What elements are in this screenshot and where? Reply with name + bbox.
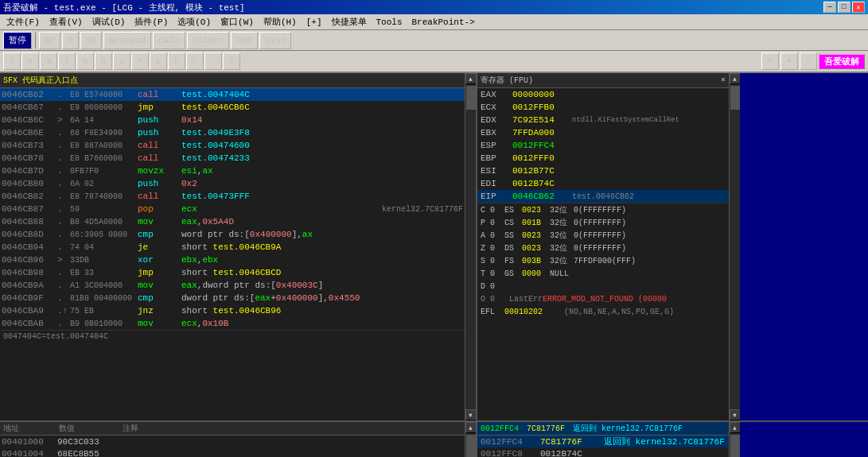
exit-button[interactable]: Exit bbox=[259, 32, 291, 49]
disasm-row[interactable]: 0046CB94 . 74 04 je short test.0046CB9A bbox=[0, 241, 465, 254]
menu-plugin[interactable]: 插件(P) bbox=[130, 15, 173, 29]
flag-s-fs: S 0 FS 003B 32位 7FFDF000(FFF) bbox=[477, 254, 729, 267]
tb-icon-list[interactable]: ≡ bbox=[761, 52, 779, 70]
disasm-mnem: pop bbox=[138, 204, 181, 214]
notepad-button[interactable]: Notepad bbox=[103, 32, 151, 49]
disasm-marker: . bbox=[57, 141, 70, 150]
disasm-hex: 81B8 00400000 bbox=[70, 294, 138, 303]
bp-button[interactable]: BP bbox=[39, 32, 60, 49]
reg-scroll-down[interactable]: ▼ bbox=[730, 409, 741, 420]
icon-h[interactable]: h bbox=[95, 52, 112, 70]
icon-r[interactable]: r bbox=[186, 52, 204, 70]
close-button[interactable]: ✕ bbox=[852, 2, 865, 13]
main-area: SFX 代码真正入口点 0046CB62 . E8 E5740000 call … bbox=[0, 73, 868, 420]
stack-scrollbar[interactable]: ▲ ▼ bbox=[729, 422, 740, 457]
icon-dots[interactable]: ... bbox=[204, 52, 222, 70]
tb-icon-search[interactable]: ? bbox=[800, 52, 817, 70]
disasm-row[interactable]: 0046CB73 . E8 887A0000 call test.0047460… bbox=[0, 139, 465, 152]
disasm-row[interactable]: 0046CB7D . 0FB7F0 movzx esi,ax bbox=[0, 165, 465, 177]
disasm-operand: word ptr ds:[0x400000],ax bbox=[181, 230, 463, 239]
menu-view[interactable]: 查看(V) bbox=[45, 15, 88, 29]
icon-b[interactable]: b bbox=[168, 52, 185, 70]
data-scroll-up[interactable]: ▲ bbox=[465, 422, 477, 433]
data-scrollbar[interactable]: ▲ ▼ bbox=[465, 422, 476, 457]
disasm-row[interactable]: 0046CB6C > 6A 14 push 0x14 bbox=[0, 114, 465, 126]
stack-scroll-up[interactable]: ▲ bbox=[730, 422, 741, 433]
menu-options[interactable]: 选项(O) bbox=[173, 15, 216, 29]
disasm-mnem: call bbox=[138, 141, 181, 150]
disasm-row[interactable]: 0046CB87 . 59 pop ecx kernel32.7C81776F bbox=[0, 203, 465, 215]
disasm-hex: 74 04 bbox=[70, 243, 138, 252]
stack-row[interactable]: 0012FFC4 7C81776F 返回到 kernel32.7C81776F bbox=[477, 436, 729, 447]
menu-breakpoint[interactable]: BreakPoint-> bbox=[407, 17, 480, 28]
disasm-row[interactable]: 0046CB88 . B8 4D5A0000 mov eax,0x5A4D bbox=[0, 215, 465, 228]
maximize-button[interactable]: □ bbox=[838, 2, 850, 13]
reg-scrollbar[interactable]: ▲ ▼ bbox=[729, 73, 740, 420]
disasm-marker: > bbox=[57, 255, 70, 265]
disasm-row[interactable]: 0046CB98 . EB 33 jmp short test.0046CBCD bbox=[0, 266, 465, 279]
reg-ebp: EBP 0012FFF0 bbox=[477, 152, 729, 165]
folder-button[interactable]: Folder bbox=[187, 32, 230, 49]
reg-close-icon[interactable]: ✕ bbox=[721, 75, 726, 86]
window-controls: — □ ✕ bbox=[823, 2, 865, 13]
disasm-row[interactable]: 0046CB67 . E9 00000000 jmp test.0046CB6C bbox=[0, 101, 465, 114]
icon-t[interactable]: t bbox=[58, 52, 76, 70]
menu-help[interactable]: 帮助(H) bbox=[259, 15, 302, 29]
disasm-scroll-container: SFX 代码真正入口点 0046CB62 . E8 E5740000 call … bbox=[0, 73, 476, 420]
cmd-button[interactable]: CMD bbox=[231, 32, 258, 49]
disasm-row[interactable]: 0046CB80 . 6A 02 push 0x2 bbox=[0, 177, 465, 190]
disasm-hex: 59 bbox=[70, 205, 138, 214]
disasm-addr: 0046CB78 bbox=[2, 153, 57, 163]
disasm-row[interactable]: 0046CBAB . B9 0B010000 mov ecx,0x10B bbox=[0, 317, 465, 330]
icon-m[interactable]: m bbox=[40, 52, 57, 70]
disasm-marker: . bbox=[57, 179, 70, 188]
minimize-button[interactable]: — bbox=[823, 2, 836, 13]
calc-button[interactable]: Calc bbox=[153, 32, 185, 49]
disasm-hex: 33DB bbox=[70, 256, 138, 265]
tb-icon-flag[interactable]: ⚑ bbox=[780, 52, 798, 70]
icon-l[interactable]: l bbox=[3, 52, 21, 70]
disasm-row[interactable]: 0046CB78 . E8 B7660000 call test.0047423… bbox=[0, 152, 465, 165]
data-scroll-thumb[interactable] bbox=[466, 435, 476, 457]
icon-s[interactable]: s bbox=[223, 52, 240, 70]
p-button[interactable]: P bbox=[62, 32, 79, 49]
disasm-row[interactable]: 0046CB9F . 81B8 00400000 cmp dword ptr d… bbox=[0, 292, 465, 304]
disasm-row[interactable]: 0046CB6E . 68 F8E34900 push test.0049E3F… bbox=[0, 126, 465, 139]
menu-shortcuts[interactable]: 快捷菜单 bbox=[327, 15, 372, 29]
scroll-thumb[interactable] bbox=[466, 86, 476, 110]
scroll-down-arrow[interactable]: ▼ bbox=[465, 409, 477, 420]
data-row[interactable]: 00401004 68EC8B55 bbox=[0, 447, 465, 457]
icon-P[interactable]: P bbox=[131, 52, 149, 70]
disasm-row[interactable]: 0046CB96 > 33DB xor ebx,ebx bbox=[0, 254, 465, 266]
disasm-marker: . bbox=[57, 153, 70, 163]
icon-c[interactable]: c bbox=[113, 52, 130, 70]
vb-button[interactable]: VB bbox=[80, 32, 102, 49]
disasm-row[interactable]: 0046CB8D . 66:3905 0000 cmp word ptr ds:… bbox=[0, 228, 465, 241]
scroll-up-arrow[interactable]: ▲ bbox=[465, 73, 477, 84]
disasm-scrollbar[interactable]: ▲ ▼ bbox=[465, 73, 476, 420]
disasm-operand: 0x2 bbox=[181, 179, 463, 188]
reg-scroll-up[interactable]: ▲ bbox=[730, 73, 741, 84]
flag-d: D 0 bbox=[477, 280, 729, 292]
disasm-row[interactable]: 0046CB62 . E8 E5740000 call test.0047404… bbox=[0, 88, 465, 101]
reg-scroll-thumb[interactable] bbox=[730, 86, 740, 110]
brand-button[interactable]: 吾爱破解 bbox=[819, 54, 865, 69]
menu-window[interactable]: 窗口(W) bbox=[216, 15, 259, 29]
disasm-hex: E8 887A0000 bbox=[70, 141, 138, 150]
disasm-row[interactable]: 0046CB82 . E8 78740000 call test.00473FF… bbox=[0, 190, 465, 203]
icon-w[interactable]: w bbox=[76, 52, 94, 70]
stack-row[interactable]: 0012FFC8 0012B74C bbox=[477, 447, 729, 457]
menu-file[interactable]: 文件(F) bbox=[2, 15, 45, 29]
data-row[interactable]: 00401000 90C3C033 bbox=[0, 436, 465, 447]
menu-plus[interactable]: [+] bbox=[302, 17, 327, 28]
disasm-row[interactable]: 0046CB9A . A1 3C004000 mov eax,dword ptr… bbox=[0, 279, 465, 292]
disasm-row[interactable]: 0046CBA9 .↑ 75 EB jnz short test.0046CB9… bbox=[0, 304, 465, 317]
menu-tools[interactable]: Tools bbox=[372, 17, 407, 28]
icon-group: l e m t w h c P k b r ... s bbox=[3, 52, 240, 70]
icon-k[interactable]: k bbox=[150, 52, 167, 70]
pause-button[interactable]: 暂停 bbox=[3, 32, 32, 49]
menu-debug[interactable]: 调试(D) bbox=[88, 15, 130, 29]
stack-scroll-thumb[interactable] bbox=[730, 435, 740, 457]
icon-e[interactable]: e bbox=[21, 52, 39, 70]
disasm-operand: test.0046CB6C bbox=[181, 103, 463, 112]
